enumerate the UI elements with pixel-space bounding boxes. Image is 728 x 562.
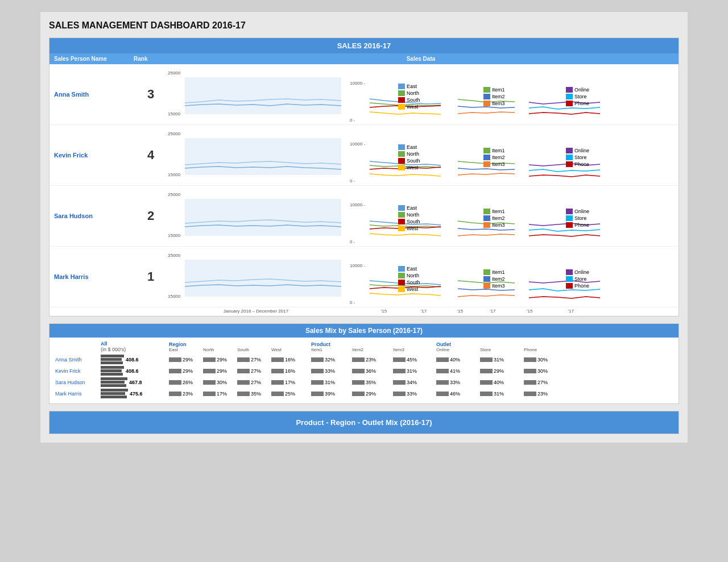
mix-product-cell: 39% 29% 33%	[311, 391, 436, 397]
mix-row-name: Sara Hudson	[55, 380, 101, 385]
person-name-anna: Anna Smith	[54, 91, 134, 98]
mix-region-cell: 26% 30% 27% 17%	[169, 380, 311, 385]
outlet-legend-sara: Online Store Phone	[566, 208, 604, 228]
svg-rect-7	[185, 138, 341, 175]
legend-east: East	[398, 84, 445, 89]
product-legend-anna: Item1 Item2 Item3	[483, 86, 516, 107]
mix-product-cell: 32% 23% 45%	[311, 357, 436, 363]
legend-store: Store	[566, 94, 604, 99]
svg-text:10000 -: 10000 -	[350, 202, 365, 207]
svg-rect-2	[185, 77, 341, 114]
legend-item2: Item2	[483, 94, 516, 99]
legend-item1: Item1	[483, 87, 516, 93]
svg-text:10000 -: 10000 -	[350, 81, 365, 86]
legend-west: West	[398, 104, 445, 110]
sales-row-mark: Mark Harris 1 25000 15000 10000 - 0 -	[49, 247, 679, 307]
region-legend-kevin: East North South West	[398, 144, 445, 171]
mix-outlet-cell: 41% 29% 30%	[436, 368, 578, 374]
region-col-header: Region East North South West	[169, 342, 311, 352]
mix-data-row: Mark Harris 475.6 23% 17%	[55, 389, 673, 398]
sales-section: SALES 2016-17 Sales Person Name Rank Sal…	[49, 38, 679, 317]
outlet-x-labels: '15'17	[509, 309, 592, 314]
legend-south: South	[398, 97, 445, 103]
all-col-header: All (in $ 000's)	[101, 341, 169, 352]
svg-text:25000: 25000	[168, 70, 181, 76]
person-rank-anna: 3	[134, 87, 168, 102]
bottom-date-label: January 2016 – December 2017	[168, 309, 344, 314]
outlet-chart-anna: Online Store Phone	[526, 82, 609, 107]
main-chart-anna: 25000 15000	[168, 69, 344, 120]
mix-outlet-cell: 46% 31% 23%	[436, 391, 578, 397]
product-chart-sara: Item1 Item2 Item3	[455, 204, 520, 228]
outlet-legend-kevin: Online Store Phone	[566, 147, 604, 168]
main-chart-mark: 25000 15000	[168, 251, 344, 302]
mix-region-cell: 29% 29% 27% 16%	[169, 368, 311, 374]
region-legend-sara: East North South West	[398, 205, 445, 232]
svg-text:0 -: 0 -	[350, 178, 355, 184]
region-x-labels: '15'17	[344, 309, 444, 314]
outlet-chart-mark: Online Store Phone	[526, 265, 609, 289]
svg-text:10000 -: 10000 -	[350, 263, 365, 268]
mix-rows: Anna Smith 408.6 29% 29%	[55, 355, 673, 398]
outlet-legend-anna: Online Store Phone	[566, 86, 604, 107]
mix-all-cell: 475.6	[101, 389, 169, 398]
legend-item3: Item3	[483, 101, 516, 106]
th-name: Sales Person Name	[54, 56, 134, 62]
outlet-chart-sara: Online Store Phone	[526, 204, 609, 228]
mix-header: Sales Mix by Sales Person (2016-17)	[49, 324, 679, 338]
chart-area-kevin: 25000 15000 10000 - 0 -	[168, 130, 674, 181]
mix-section: Sales Mix by Sales Person (2016-17) All …	[49, 323, 679, 404]
svg-text:25000: 25000	[168, 253, 181, 258]
svg-text:0 -: 0 -	[350, 118, 355, 123]
person-rank-sara: 2	[134, 209, 168, 223]
product-legend-kevin: Item1 Item2 Item3	[483, 147, 516, 168]
product-chart-anna: Item1 Item2 Item3	[455, 82, 520, 107]
person-name-kevin: Kevin Frick	[54, 152, 134, 159]
region-chart-anna: 10000 - 0 - East North South West	[350, 79, 449, 110]
mix-col-headers: All (in $ 000's) Region East North South…	[55, 341, 673, 352]
region-legend-mark: East North South West	[398, 265, 445, 293]
sales-section-header: SALES 2016-17	[49, 38, 679, 53]
mix-all-cell: 467.8	[101, 377, 169, 387]
mix-product-cell: 33% 36% 31%	[311, 368, 436, 374]
mix-region-cell: 23% 17% 35% 25%	[169, 391, 311, 397]
mix-data-row: Kevin Frick 408.6 29% 29%	[55, 366, 673, 376]
dashboard: SALES MANAGEMENT DASHBOARD 2016-17 SALES…	[40, 11, 688, 443]
mix-product-cell: 31% 35% 34%	[311, 380, 436, 385]
product-legend-sara: Item1 Item2 Item3	[483, 208, 516, 228]
mix-data-row: Anna Smith 408.6 29% 29%	[55, 355, 673, 364]
chart-area-anna: 25000 15000 10000 - 0 -	[168, 69, 674, 120]
dashboard-title: SALES MANAGEMENT DASHBOARD 2016-17	[49, 20, 679, 31]
svg-text:25000: 25000	[168, 131, 181, 136]
mix-table: All (in $ 000's) Region East North South…	[49, 338, 679, 403]
svg-text:0 -: 0 -	[350, 300, 355, 305]
outlet-legend-mark: Online Store Phone	[566, 269, 604, 289]
product-chart-kevin: Item1 Item2 Item3	[455, 143, 520, 168]
footer-header: Product - Region - Outlet Mix (2016-17)	[49, 411, 679, 434]
region-chart-kevin: 10000 - 0 - East North South West	[350, 140, 449, 171]
th-rank: Rank	[134, 56, 168, 62]
mix-row-name: Anna Smith	[55, 357, 101, 363]
region-chart-sara: 10000 - 0 - East North South West	[350, 201, 449, 232]
product-legend-mark: Item1 Item2 Item3	[483, 269, 516, 289]
chart-area-sara: 25000 15000 10000 - 0 -	[168, 190, 674, 242]
svg-text:15000: 15000	[168, 111, 181, 116]
person-rank-kevin: 4	[134, 148, 168, 163]
mix-outlet-cell: 40% 31% 30%	[436, 357, 578, 363]
product-x-labels: '15'17	[444, 309, 509, 314]
main-chart-kevin: 25000 15000	[168, 130, 344, 181]
product-col-header: Product Item1 Item2 Item3	[311, 342, 436, 352]
table-header-row: Sales Person Name Rank Sales Data	[49, 53, 679, 64]
mix-row-name: Kevin Frick	[55, 368, 101, 374]
svg-text:15000: 15000	[168, 233, 181, 238]
svg-text:25000: 25000	[168, 192, 181, 197]
th-data: Sales Data	[168, 56, 674, 62]
svg-text:15000: 15000	[168, 172, 181, 177]
svg-text:0 -: 0 -	[350, 239, 355, 244]
sales-row-kevin: Kevin Frick 4 25000 15000 10000 - 0 -	[49, 125, 679, 186]
svg-text:15000: 15000	[168, 294, 181, 299]
product-chart-mark: Item1 Item2 Item3	[455, 265, 520, 289]
legend-phone: Phone	[566, 101, 604, 106]
sales-row-anna: Anna Smith 3 25000 15000 10000 - 0 -	[49, 64, 679, 125]
mix-row-name: Mark Harris	[55, 391, 101, 397]
